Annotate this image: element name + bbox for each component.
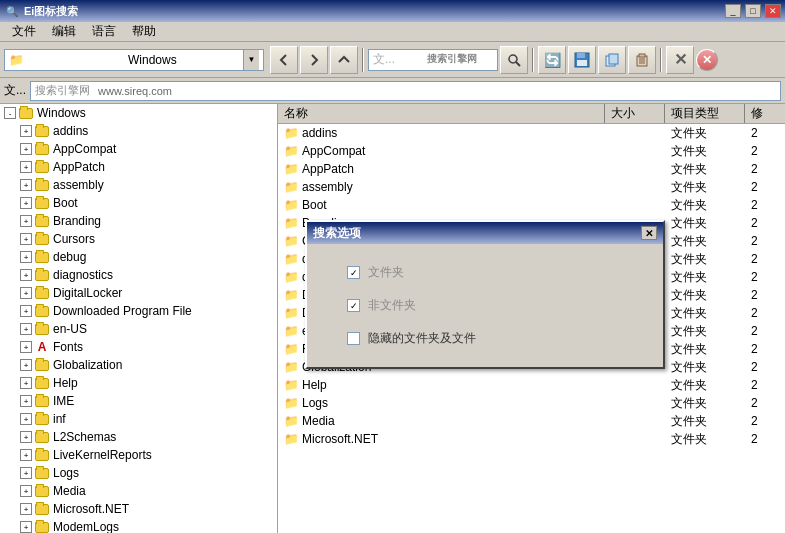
folder-icon-file-3: 📁 — [284, 180, 299, 194]
tree-item-apppatch[interactable]: + AppPatch — [0, 158, 277, 176]
file-row-16[interactable]: 📁 Media 文件夹 2 — [278, 412, 785, 430]
up-button[interactable] — [330, 46, 358, 74]
tree-item-digitallocker[interactable]: + DigitalLocker — [0, 284, 277, 302]
toolbar: 📁 Windows ▼ 文... 搜索引擎网 🔄 — [0, 42, 785, 78]
tree-expand-15[interactable]: + — [20, 395, 32, 407]
menu-language[interactable]: 语言 — [84, 21, 124, 42]
tree-item-boot[interactable]: + Boot — [0, 194, 277, 212]
tree-item-inf[interactable]: + inf — [0, 410, 277, 428]
menu-file[interactable]: 文件 — [4, 21, 44, 42]
refresh-button[interactable]: 🔄 — [538, 46, 566, 74]
checkbox-folder[interactable] — [347, 266, 360, 279]
address-dropdown-arrow[interactable]: ▼ — [243, 50, 259, 70]
tree-expand-22[interactable]: + — [20, 521, 32, 533]
tree-item-branding[interactable]: + Branding — [0, 212, 277, 230]
back-button[interactable] — [270, 46, 298, 74]
minimize-button[interactable]: _ — [725, 4, 741, 18]
tree-item-livekernelreports[interactable]: + LiveKernelReports — [0, 446, 277, 464]
address-bar[interactable]: 📁 Windows ▼ — [4, 49, 264, 71]
delete-button[interactable] — [628, 46, 656, 74]
menu-edit[interactable]: 编辑 — [44, 21, 84, 42]
copy-button[interactable] — [598, 46, 626, 74]
addr-input-field[interactable]: 搜索引擎网 www.sireq.com — [30, 81, 781, 101]
tree-expand-19[interactable]: + — [20, 467, 32, 479]
tree-item-globalization[interactable]: + Globalization — [0, 356, 277, 374]
file-date-4: 2 — [745, 198, 785, 212]
tree-expand-20[interactable]: + — [20, 485, 32, 497]
tree-expand-11[interactable]: + — [20, 323, 32, 335]
tree-expand-2[interactable]: + — [20, 161, 32, 173]
tree-expand-8[interactable]: + — [20, 269, 32, 281]
file-row-15[interactable]: 📁 Logs 文件夹 2 — [278, 394, 785, 412]
maximize-button[interactable]: □ — [745, 4, 761, 18]
tree-item-help[interactable]: + Help — [0, 374, 277, 392]
tree-item-en-us[interactable]: + en-US — [0, 320, 277, 338]
col-header-size[interactable]: 大小 — [605, 104, 665, 123]
menu-help[interactable]: 帮助 — [124, 21, 164, 42]
tree-item-windows-root[interactable]: - Windows — [0, 104, 277, 122]
tree-item-assembly[interactable]: + assembly — [0, 176, 277, 194]
file-row-0[interactable]: 📁 addins 文件夹 2 — [278, 124, 785, 142]
tree-item-l2schemas[interactable]: + L2Schemas — [0, 428, 277, 446]
file-row-3[interactable]: 📁 assembly 文件夹 2 — [278, 178, 785, 196]
file-row-2[interactable]: 📁 AppPatch 文件夹 2 — [278, 160, 785, 178]
file-date-5: 2 — [745, 216, 785, 230]
tree-item-fonts[interactable]: + A Fonts — [0, 338, 277, 356]
tree-expand-0[interactable]: + — [20, 125, 32, 137]
file-row-4[interactable]: 📁 Boot 文件夹 2 — [278, 196, 785, 214]
file-row-17[interactable]: 📁 Microsoft.NET 文件夹 2 — [278, 430, 785, 448]
tree-expand-7[interactable]: + — [20, 251, 32, 263]
tree-expand-9[interactable]: + — [20, 287, 32, 299]
tree-item-modemlogs[interactable]: + ModemLogs — [0, 518, 277, 533]
file-row-14[interactable]: 📁 Help 文件夹 2 — [278, 376, 785, 394]
tree-expand-4[interactable]: + — [20, 197, 32, 209]
tree-item-debug[interactable]: + debug — [0, 248, 277, 266]
checkbox-non-folder[interactable] — [347, 299, 360, 312]
tree-item-diagnostics[interactable]: + diagnostics — [0, 266, 277, 284]
tree-expand-17[interactable]: + — [20, 431, 32, 443]
tree-expand-14[interactable]: + — [20, 377, 32, 389]
tree-expand-21[interactable]: + — [20, 503, 32, 515]
tree-expand-windows[interactable]: - — [4, 107, 16, 119]
tree-item-ime[interactable]: + IME — [0, 392, 277, 410]
tree-expand-10[interactable]: + — [20, 305, 32, 317]
tree-item-logs[interactable]: + Logs — [0, 464, 277, 482]
col-header-name[interactable]: 名称 — [278, 104, 605, 123]
tree-item-microsoft-net[interactable]: + Microsoft.NET — [0, 500, 277, 518]
close-x-button[interactable]: ✕ — [666, 46, 694, 74]
file-date-10: 2 — [745, 306, 785, 320]
tree-item-appcompat[interactable]: + AppCompat — [0, 140, 277, 158]
folder-icon-6 — [34, 231, 50, 247]
folder-icon-16 — [34, 411, 50, 427]
dialog-close-button[interactable]: ✕ — [641, 226, 657, 240]
stop-button[interactable]: ✕ — [696, 49, 718, 71]
file-date-12: 2 — [745, 342, 785, 356]
tree-scroll[interactable]: - Windows + addins + AppCompat + AppPatc… — [0, 104, 277, 533]
tree-item-downloaded-program-file[interactable]: + Downloaded Program File — [0, 302, 277, 320]
file-row-1[interactable]: 📁 AppCompat 文件夹 2 — [278, 142, 785, 160]
col-header-date[interactable]: 修 — [745, 104, 785, 123]
forward-button[interactable] — [300, 46, 328, 74]
tree-item-cursors[interactable]: + Cursors — [0, 230, 277, 248]
col-header-type[interactable]: 项目类型 — [665, 104, 745, 123]
tree-expand-18[interactable]: + — [20, 449, 32, 461]
tree-item-addins[interactable]: + addins — [0, 122, 277, 140]
tree-expand-5[interactable]: + — [20, 215, 32, 227]
tree-expand-1[interactable]: + — [20, 143, 32, 155]
tree-expand-6[interactable]: + — [20, 233, 32, 245]
toolbar-separator-2 — [532, 48, 534, 72]
tree-expand-3[interactable]: + — [20, 179, 32, 191]
folder-icon-17 — [34, 429, 50, 445]
search-options-dialog[interactable]: 搜索选项 ✕ 文件夹 非文件夹 隐藏的文件夹及文件 — [305, 220, 665, 369]
tree-expand-16[interactable]: + — [20, 413, 32, 425]
tree-panel: - Windows + addins + AppCompat + AppPatc… — [0, 104, 278, 533]
search-box[interactable]: 文... 搜索引擎网 — [368, 49, 498, 71]
tree-expand-13[interactable]: + — [20, 359, 32, 371]
checkbox-hidden[interactable] — [347, 332, 360, 345]
save-button[interactable] — [568, 46, 596, 74]
close-button[interactable]: ✕ — [765, 4, 781, 18]
tree-item-media[interactable]: + Media — [0, 482, 277, 500]
tree-expand-12[interactable]: + — [20, 341, 32, 353]
file-type-1: 文件夹 — [665, 143, 745, 160]
search-button[interactable] — [500, 46, 528, 74]
